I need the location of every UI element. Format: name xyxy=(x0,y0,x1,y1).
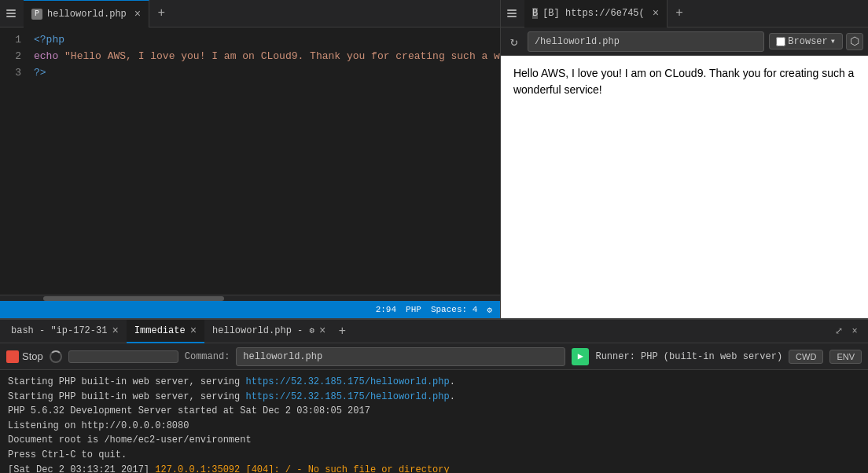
terminal-tab-bash[interactable]: bash - "ip-172-31 × xyxy=(3,320,127,343)
command-label: Command: xyxy=(185,351,230,362)
terminal-toolbar: Stop Command: helloworld.php ▶ Runner: P… xyxy=(0,343,868,370)
horizontal-scrollbar[interactable] xyxy=(0,295,500,301)
output-line-7: [Sat Dec 2 03:13:21 2017] 127.0.0.1:3509… xyxy=(8,463,860,473)
svg-rect-2 xyxy=(6,16,16,17)
sidebar-icon[interactable] xyxy=(3,6,19,21)
svg-rect-1 xyxy=(6,13,16,14)
stop-label: Stop xyxy=(22,350,43,362)
terminal-tab-helloworld-spinner: ⚙ xyxy=(309,325,314,336)
code-lines[interactable]: <?php echo "Hello AWS, I love you! I am … xyxy=(28,31,500,292)
url-bar[interactable]: /helloworld.php xyxy=(528,31,764,52)
editor-tab-helloworld[interactable]: P helloworld.php × xyxy=(24,0,149,28)
terminal-expand-button[interactable]: ⤢ xyxy=(833,326,844,337)
terminal-tab-bar: bash - "ip-172-31 × Immediate × hellowor… xyxy=(0,320,868,343)
progress-bar xyxy=(68,350,178,363)
terminal-tab-immediate[interactable]: Immediate × xyxy=(127,320,204,343)
spinner-icon xyxy=(50,350,62,363)
runner-info: Runner: PHP (built-in web server) xyxy=(595,351,782,362)
output-line-6: Press Ctrl-C to quit. xyxy=(8,448,860,463)
line-numbers: 1 2 3 xyxy=(0,31,28,292)
browser-tab-close[interactable]: × xyxy=(653,7,659,20)
browser-sidebar-icon[interactable] xyxy=(504,6,520,21)
browser-tab-add[interactable]: + xyxy=(671,5,688,22)
settings-icon[interactable]: ⚙ xyxy=(487,305,492,315)
editor-panel: P helloworld.php × + 1 2 3 <?php echo "H… xyxy=(0,0,501,318)
language-label: PHP xyxy=(406,305,421,314)
svg-rect-3 xyxy=(507,9,517,11)
cursor-position: 2:94 xyxy=(376,305,396,314)
terminal-tab-bash-close[interactable]: × xyxy=(112,324,118,337)
terminal-close-button[interactable]: × xyxy=(849,326,860,337)
terminal-output[interactable]: Starting PHP built-in web server, servin… xyxy=(0,370,868,473)
browser-tab-label: [B] https://6e745( xyxy=(542,8,645,19)
editor-tab-label: helloworld.php xyxy=(47,9,127,20)
editor-tab-close[interactable]: × xyxy=(134,8,141,20)
output-line-5: Document root is /home/ec2-user/environm… xyxy=(8,433,860,448)
refresh-button[interactable]: ↻ xyxy=(506,33,523,50)
terminal-area: bash - "ip-172-31 × Immediate × hellowor… xyxy=(0,319,868,473)
editor-status-bar: 2:94 PHP Spaces: 4 ⚙ xyxy=(0,301,500,318)
command-input[interactable]: helloworld.php xyxy=(236,347,565,366)
browser-checkbox[interactable] xyxy=(776,37,785,46)
terminal-tab-immediate-label: Immediate xyxy=(134,325,186,336)
svg-rect-4 xyxy=(507,13,517,14)
browser-tab-bar: B [B] https://6e745( × + xyxy=(501,0,868,28)
stop-button[interactable]: Stop xyxy=(6,350,43,363)
editor-tab-bar: P helloworld.php × + xyxy=(0,0,500,28)
output-line-2: Starting PHP built-in web server, servin… xyxy=(8,390,860,405)
browser-popup-button[interactable]: ⬡ xyxy=(846,33,863,50)
svg-rect-5 xyxy=(507,16,517,17)
terminal-tab-immediate-close[interactable]: × xyxy=(190,324,197,337)
code-line-2: echo "Hello AWS, I love you! I am on CLo… xyxy=(34,49,500,65)
spaces-label: Spaces: 4 xyxy=(431,305,477,314)
runner-icon: ▶ xyxy=(572,348,589,365)
env-button[interactable]: ENV xyxy=(829,350,862,364)
command-value: helloworld.php xyxy=(243,351,322,362)
output-line-1: Starting PHP built-in web server, servin… xyxy=(8,375,860,390)
browser-panel: B [B] https://6e745( × + ↻ /helloworld.p… xyxy=(501,0,868,318)
stop-icon xyxy=(6,350,19,363)
browser-dropdown-icon[interactable]: ▾ xyxy=(830,35,836,47)
browser-button-label: Browser xyxy=(788,36,827,47)
editor-tab-add[interactable]: + xyxy=(153,5,170,22)
output-line-4: Listening on http://0.0.0.0:8080 xyxy=(8,419,860,434)
url-text: /helloworld.php xyxy=(535,36,620,47)
terminal-tab-helloworld-label: helloworld.php - xyxy=(212,325,303,336)
terminal-tab-helloworld-close[interactable]: × xyxy=(319,324,326,337)
code-line-3: ?> xyxy=(34,65,500,82)
cwd-button[interactable]: CWD xyxy=(789,350,823,364)
output-line-3: PHP 5.6.32 Development Server started at… xyxy=(8,404,860,419)
browser-label-button[interactable]: Browser ▾ xyxy=(769,33,843,50)
code-content[interactable]: 1 2 3 <?php echo "Hello AWS, I love you!… xyxy=(0,28,500,295)
browser-tab-icon: B xyxy=(532,8,538,19)
terminal-tab-bash-label: bash - "ip-172-31 xyxy=(11,325,107,336)
browser-content: Hello AWS, I love you! I am on CLoud9. T… xyxy=(501,56,868,318)
svg-rect-0 xyxy=(6,9,16,11)
terminal-tab-add[interactable]: + xyxy=(333,323,351,340)
php-file-icon: P xyxy=(31,9,42,20)
terminal-tab-helloworld[interactable]: helloworld.php - ⚙ × xyxy=(204,320,333,343)
browser-tab[interactable]: B [B] https://6e745( × xyxy=(524,0,668,28)
scrollbar-thumb[interactable] xyxy=(43,296,224,301)
browser-output-text: Hello AWS, I love you! I am on CLoud9. T… xyxy=(513,65,855,98)
browser-toolbar: ↻ /helloworld.php Browser ▾ ⬡ xyxy=(501,28,868,56)
code-line-1: <?php xyxy=(34,32,500,49)
browser-button-group: Browser ▾ ⬡ xyxy=(769,33,863,50)
terminal-window-buttons: ⤢ × xyxy=(833,326,865,337)
